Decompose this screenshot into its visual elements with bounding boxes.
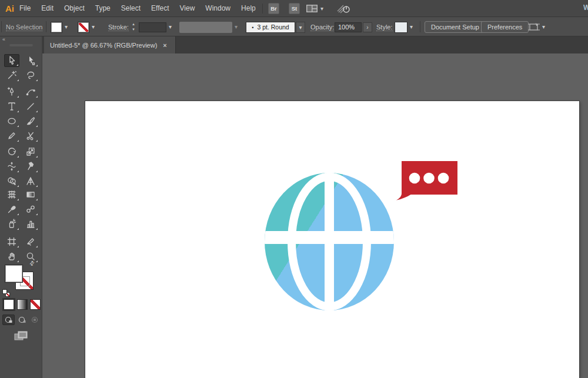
pin-icon	[25, 161, 36, 172]
panel-grip[interactable]	[9, 44, 33, 46]
chevron-down-icon[interactable]: ▾	[410, 24, 413, 30]
bubble-dot	[423, 173, 435, 184]
bubble-dot	[409, 173, 420, 184]
stroke-weight-field[interactable]	[139, 22, 166, 32]
pen-tool[interactable]	[4, 85, 19, 98]
canvas-area[interactable]	[42, 53, 588, 378]
artwork-svg	[85, 101, 579, 378]
menu-select[interactable]: Select	[116, 0, 146, 17]
fill-color-swatch[interactable]	[51, 22, 62, 33]
mesh-tool[interactable]	[4, 188, 19, 201]
menu-object[interactable]: Object	[59, 0, 90, 17]
draw-behind-button[interactable]	[16, 315, 28, 325]
menu-view[interactable]: View	[175, 0, 201, 17]
none-button[interactable]	[30, 299, 41, 310]
chevron-down-icon: ▾	[235, 24, 238, 30]
stroke-label[interactable]: Stroke:	[108, 24, 129, 31]
type-tool[interactable]	[4, 100, 19, 113]
artboard[interactable]	[85, 101, 579, 378]
slice-tool[interactable]	[23, 235, 38, 248]
tab-bar: Untitled-5* @ 66.67% (RGB/Preview) ×	[42, 36, 588, 53]
chevron-down-icon[interactable]: ▾	[65, 24, 68, 30]
gradient-button[interactable]	[17, 299, 28, 310]
menu-type[interactable]: Type	[90, 0, 116, 17]
draw-inside-button[interactable]	[29, 315, 41, 325]
color-button[interactable]	[4, 299, 14, 310]
draw-normal-icon	[4, 316, 14, 324]
pen-icon	[6, 86, 17, 97]
globe-equator-band	[260, 231, 398, 244]
menu-edit[interactable]: Edit	[36, 0, 59, 17]
type-icon	[6, 101, 17, 112]
hand-tool[interactable]	[4, 250, 19, 263]
stock-button[interactable]: St	[289, 3, 300, 14]
style-swatch[interactable]	[395, 22, 407, 33]
draw-normal-button[interactable]	[2, 315, 15, 325]
document-tab[interactable]: Untitled-5* @ 66.67% (RGB/Preview) ×	[44, 36, 176, 53]
brush-definition-dropdown[interactable]: •3 pt. Round	[246, 22, 295, 33]
gradient-tool[interactable]	[23, 188, 38, 201]
speech-bubble[interactable]	[396, 161, 457, 200]
ellipse-tool[interactable]	[4, 115, 19, 128]
symbol-sprayer-icon	[6, 219, 17, 229]
selection-status: No Selection	[6, 24, 42, 31]
stepper-down-icon[interactable]: ▾	[132, 27, 135, 31]
style-label[interactable]: Style:	[376, 24, 393, 31]
arrange-documents-icon[interactable]	[306, 4, 318, 15]
direct-selection-tool[interactable]	[23, 54, 38, 67]
stroke-color-swatch[interactable]	[78, 22, 89, 33]
globe-grid	[260, 170, 398, 314]
pencil-icon	[6, 131, 17, 141]
eyedropper-tool[interactable]	[4, 203, 19, 216]
symbol-sprayer-tool[interactable]	[4, 218, 19, 230]
artboard-icon	[6, 236, 17, 247]
artboard-tool[interactable]	[4, 235, 19, 248]
chevron-down-icon[interactable]: ▾	[320, 5, 323, 12]
default-fill	[2, 289, 7, 294]
menubar-separator	[262, 4, 263, 14]
opacity-label[interactable]: Opacity:	[310, 24, 334, 31]
stroke-weight-stepper[interactable]: ▴ ▾	[131, 21, 136, 32]
close-icon[interactable]: ×	[163, 42, 166, 49]
shape-builder-tool[interactable]	[4, 175, 19, 188]
globe-artwork[interactable]	[260, 170, 398, 314]
bridge-button[interactable]: Br	[268, 3, 279, 14]
lasso-tool[interactable]	[23, 69, 38, 82]
perspective-grid-icon	[25, 176, 36, 186]
blend-tool[interactable]	[23, 203, 38, 216]
opacity-field[interactable]: 100%	[335, 22, 362, 32]
curvature-tool[interactable]	[23, 85, 38, 98]
column-graph-tool[interactable]	[23, 218, 38, 230]
perspective-grid-tool[interactable]	[23, 175, 38, 188]
default-fill-stroke-icon[interactable]	[2, 289, 11, 297]
chevron-down-icon[interactable]: ▾	[92, 24, 95, 30]
width-tool[interactable]	[4, 160, 19, 173]
scale-tool[interactable]	[23, 145, 38, 158]
chevron-down-icon[interactable]: ▾	[542, 24, 545, 30]
document-setup-button[interactable]: Document Setup	[425, 21, 486, 33]
control-bar: No Selection ▾ ▾ Stroke: ▴ ▾ ▾ ▾ •3 pt. …	[0, 18, 588, 36]
document-actions-icon[interactable]	[527, 22, 540, 34]
chevron-down-icon[interactable]: ▾	[169, 24, 172, 30]
puppet-warp-tool[interactable]	[23, 160, 38, 173]
menu-file[interactable]: File	[14, 0, 36, 17]
draw-behind-icon	[18, 316, 27, 324]
brush-chevron[interactable]: ▾	[296, 22, 305, 33]
scissors-tool[interactable]	[23, 129, 38, 142]
fill-color-indicator[interactable]	[5, 265, 23, 283]
selection-tool[interactable]	[4, 54, 19, 67]
preferences-button[interactable]: Preferences	[481, 21, 529, 33]
cs-live-icon[interactable]	[336, 4, 352, 16]
rotate-tool[interactable]	[4, 145, 19, 158]
stepper-up-icon[interactable]: ▴	[132, 22, 135, 26]
magic-wand-tool[interactable]	[4, 69, 19, 82]
menu-help[interactable]: Help	[236, 0, 261, 17]
pencil-tool[interactable]	[4, 129, 19, 142]
paintbrush-tool[interactable]	[23, 115, 38, 128]
collapse-panel-icon[interactable]: «	[2, 36, 5, 42]
screen-mode-button[interactable]	[12, 329, 30, 342]
opacity-expand-icon[interactable]: ›	[363, 22, 372, 32]
menu-effect[interactable]: Effect	[146, 0, 174, 17]
line-segment-tool[interactable]	[23, 100, 38, 113]
menu-window[interactable]: Window	[200, 0, 236, 17]
